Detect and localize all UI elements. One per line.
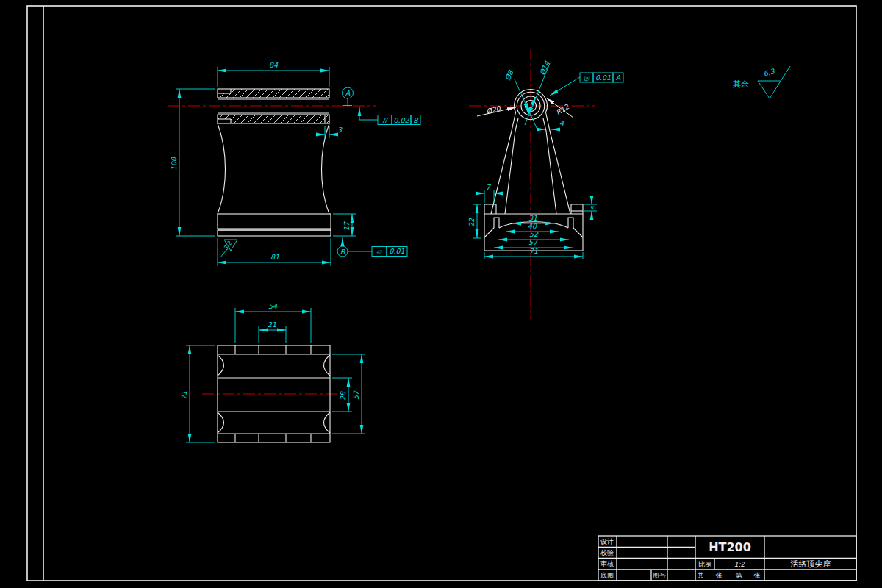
cad-drawing: 84 100 81 17 3 A — [0, 0, 882, 588]
datum-a-label: A — [345, 89, 351, 97]
scale-label: 比例 — [698, 561, 711, 568]
bottom-view: 54 21 71 28 57 — [180, 302, 365, 442]
general-roughness-note: 其余 6.3 — [733, 66, 790, 98]
waist-arc-ll — [218, 412, 224, 433]
dim-channel-1: 40 — [528, 222, 537, 230]
concentricity-datum: A — [616, 74, 621, 82]
hatch-base — [218, 214, 331, 229]
title-block: 设计 校验 审核 底图 图号 HT200 比例 1:2 活络顶尖座 共 张 第 … — [598, 536, 856, 581]
dim-base-height2: 22 — [467, 218, 476, 227]
dim-ear: 7 — [486, 183, 491, 191]
cone-left-inner — [505, 118, 518, 214]
part-name: 活络顶尖座 — [790, 559, 831, 569]
titleblock-row1-label: 设计 — [600, 538, 614, 545]
dim-front-height: 100 — [170, 157, 178, 171]
cone-right-inner — [543, 118, 556, 214]
titleblock-row2-label: 校验 — [600, 549, 614, 556]
concentricity-symbol: ◎ — [584, 74, 590, 82]
cone-left-outer — [491, 112, 516, 214]
material-spec: HT200 — [709, 540, 751, 554]
waist-arc-lr — [324, 412, 331, 433]
dim-tab-outer: 54 — [268, 302, 278, 310]
sheet-total-unit: 张 — [716, 572, 723, 579]
dim-bore-small: Ø8 — [503, 68, 515, 82]
side-view: 7 22 5 4 31 40 52 57 71 — [467, 60, 623, 259]
dim-rim: 5 — [590, 206, 597, 210]
hatch-lower-wall — [218, 115, 329, 123]
front-view: 84 100 81 17 3 A — [170, 61, 420, 266]
dim-wall: 4 — [559, 119, 564, 127]
waist-arc-ul — [218, 355, 224, 376]
dim-bv-height: 71 — [180, 391, 188, 400]
titleblock-row3-label: 审核 — [600, 560, 614, 567]
dim-channel-3: 57 — [528, 238, 538, 246]
titleblock-row4b-label: 图号 — [653, 572, 666, 579]
flatness-symbol: ▱ — [376, 247, 383, 255]
general-roughness-value: 6.3 — [762, 67, 775, 78]
hatch-upper-wall — [218, 89, 329, 98]
waist-arc-ur — [324, 355, 331, 376]
concentricity-value: 0.01 — [595, 74, 611, 82]
parallelism-symbol: // — [381, 116, 388, 124]
general-note-label: 其余 — [733, 79, 749, 89]
dim-bore: Ø14 — [538, 60, 551, 76]
dim-outer: Ø20 — [485, 104, 502, 116]
sheet-border — [27, 6, 856, 581]
concentricity-callout: ◎ 0.01 A — [550, 73, 623, 96]
cone-right-outer — [546, 112, 571, 214]
roughness-base: 3.2 — [220, 240, 237, 258]
dim-step: 3 — [337, 126, 343, 134]
titleblock-row4-label: 底图 — [600, 572, 614, 579]
scale-value: 1:2 — [734, 561, 746, 568]
dim-base-width: 81 — [270, 253, 279, 261]
bottom-view-dimensions: 54 21 71 28 57 — [180, 302, 365, 442]
datum-b-label: B — [340, 248, 346, 256]
body-right-curve — [322, 123, 330, 214]
parallelism-value: 0.02 — [393, 116, 409, 124]
dim-channel-2: 52 — [529, 230, 539, 238]
dim-tab-inner: 21 — [268, 320, 276, 329]
dim-base-height: 17 — [343, 221, 351, 231]
parallelism-callout: // 0.02 B — [359, 107, 420, 125]
roughness-base-value: 3.2 — [223, 240, 234, 251]
sheet-total-label: 共 — [698, 572, 704, 579]
dim-front-width: 84 — [269, 61, 279, 69]
dim-bv-flange: 57 — [352, 390, 360, 400]
dim-slot: 31 — [528, 214, 537, 222]
dim-radius: R12 — [554, 102, 570, 117]
flatness-callout: B ▱ 0.01 — [337, 237, 407, 257]
cad-drawing-canvas[interactable]: 84 100 81 17 3 A — [0, 0, 882, 588]
flatness-value: 0.01 — [389, 247, 404, 255]
dim-bv-mid: 28 — [339, 391, 347, 401]
datum-a: A — [343, 87, 354, 106]
sheet-no-unit: 张 — [754, 572, 761, 579]
dim-base-width2: 71 — [529, 247, 538, 255]
parallelism-datum: B — [413, 116, 419, 124]
sheet-no-label: 第 — [736, 572, 742, 579]
body-left-curve — [218, 123, 226, 214]
